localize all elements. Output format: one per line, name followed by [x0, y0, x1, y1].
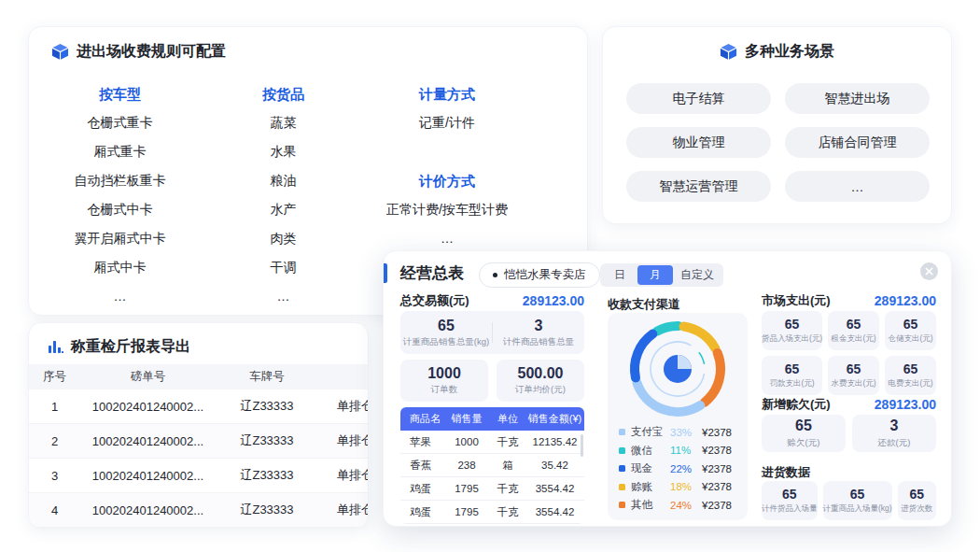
legend-amount: ¥2378 [702, 481, 740, 492]
col-seq: 序号 [29, 369, 80, 385]
fee-item: 水产 [202, 195, 365, 224]
cell-amount: 12135.42 [525, 436, 584, 447]
fee-item: 仓栅式中卡 [38, 195, 202, 224]
fee-item: 自动挡栏板重卡 [38, 166, 202, 195]
title-accent-bar [384, 263, 387, 283]
expense-card: 65 电费支出(元) [885, 356, 936, 395]
stat-label: 订单数 [431, 384, 458, 396]
total-transaction-label: 总交易额(元) [400, 292, 469, 309]
legend-swatch [619, 465, 625, 472]
fee-item: 翼开启厢式中卡 [38, 224, 202, 253]
stat-label: 计件货品入场量 [762, 503, 818, 515]
cell-ticket: 100202401240002... [80, 503, 216, 517]
cell-product: 鸡蛋 [400, 505, 443, 519]
table-row[interactable]: 鸡蛋 1795 千克 3554.42 [400, 501, 584, 524]
fee-item: 粮油 [202, 166, 365, 195]
scenario-button-entry-exit[interactable]: 智慧进出场 [785, 83, 930, 114]
fee-col-header: 计量方式 [363, 79, 531, 108]
scenarios-panel: 多种业务场景 电子结算 智慧进出场 物业管理 店铺合同管理 智慧运营管理 … [602, 26, 952, 224]
scenarios-title: 多种业务场景 [745, 42, 834, 62]
cube-icon [720, 43, 737, 61]
tab-month[interactable]: 月 [637, 265, 673, 285]
stat-label: 计重商品销售总量(kg) [403, 336, 489, 348]
stat-label: 电费支出(元) [888, 378, 932, 389]
cell-plate: 辽Z33333 [216, 467, 318, 484]
col-plate: 车牌号 [216, 369, 318, 385]
weigh-report-title: 称重检斤报表导出 [71, 337, 190, 357]
table-row[interactable]: 4 100202401240002... 辽Z33333 单排仓 [29, 493, 369, 528]
order-count-card: 1000 订单数 [400, 360, 488, 402]
market-expense-label: 市场支出(元) [762, 292, 831, 309]
stat-value: 65 [782, 487, 797, 502]
legend-amount: ¥2378 [702, 500, 740, 511]
order-avg-card: 500.00 订单均价(元) [497, 360, 584, 402]
table-row[interactable]: 2 100202401240002... 辽Z33333 单排仓 [29, 424, 369, 459]
expense-card: 65 租金支出(元) [828, 311, 879, 350]
scenario-button-operation[interactable]: 智慧运营管理 [626, 171, 771, 202]
market-expense-cards: 65 货品入场支出(元) 65 租金支出(元) 65 仓储支出(元) 65 罚款… [762, 311, 936, 395]
market-expense-value: 289123.00 [875, 293, 936, 308]
cell-qty: 1000 [443, 436, 490, 447]
legend-pct: 24% [670, 500, 702, 511]
cell-product: 苹果 [400, 435, 443, 449]
fee-item-more: … [202, 282, 365, 311]
table-row[interactable]: 苹果 1000 千克 12135.42 [400, 431, 584, 454]
scenarios-header: 多种业务场景 [603, 42, 951, 62]
scrollbar[interactable] [581, 434, 583, 457]
fee-item: 干调 [202, 253, 365, 282]
product-sales-table: 商品名 销售量 单位 销售金额(¥) 苹果 1000 千克 12135.42 香… [400, 407, 584, 524]
payment-channels-label: 收款支付渠道 [608, 296, 680, 313]
stat-label: 货品入场支出(元) [762, 333, 822, 345]
stat-label: 赊欠(元) [788, 437, 820, 449]
store-selector[interactable]: 恺恺水果专卖店 [479, 262, 600, 288]
table-row[interactable]: 香蕉 238 箱 35.42 [400, 454, 584, 477]
table-row[interactable]: 1 100202401240002... 辽Z33333 单排仓 [29, 389, 369, 424]
weigh-report-panel: 称重检斤报表导出 序号 磅单号 车牌号 车型 1 100202401240002… [28, 322, 369, 529]
expense-card: 65 水费支出(元) [828, 356, 879, 395]
credit-cards: 65 赊欠(元) 3 还款(元) [762, 415, 936, 452]
legend-item: 其他 24% ¥2378 [619, 496, 740, 515]
scenario-button-settlement[interactable]: 电子结算 [626, 83, 771, 114]
fee-item-more: … [38, 282, 202, 311]
scenario-button-contract[interactable]: 店铺合同管理 [785, 127, 930, 158]
legend-name: 其他 [631, 498, 670, 512]
cell-ticket: 100202401240002... [80, 469, 216, 483]
fee-item: 蔬菜 [202, 108, 365, 137]
stat-value: 65 [785, 317, 800, 332]
stat-value: 65 [847, 361, 861, 376]
table-row[interactable]: 鸡蛋 1795 千克 3554.42 [400, 477, 584, 501]
tab-day[interactable]: 日 [602, 265, 637, 285]
stat-value: 1000 [427, 365, 461, 382]
payment-legend: 支付宝 33% ¥2378 微信 11% ¥2378 现金 22% ¥2378 … [619, 423, 740, 515]
legend-pct: 33% [670, 427, 702, 438]
stat-value: 3 [535, 318, 543, 334]
new-credit-value: 289123.00 [875, 397, 936, 412]
credit-card: 65 赊欠(元) [762, 415, 846, 452]
cell-seq: 4 [29, 503, 80, 517]
cell-qty: 1795 [443, 483, 490, 494]
date-range-tabs: 日 月 自定义 [600, 263, 723, 287]
table-row[interactable]: 3 100202401240002... 辽Z33333 单排仓 [29, 459, 369, 493]
legend-name: 微信 [631, 444, 670, 458]
cell-qty: 238 [443, 460, 490, 471]
tab-custom[interactable]: 自定义 [673, 265, 721, 285]
fee-item-more: … [363, 224, 531, 253]
fee-item: 水果 [202, 137, 365, 166]
stat-label: 计重商品入场量(kg) [823, 503, 892, 515]
close-icon[interactable] [920, 262, 938, 280]
scenario-button-more[interactable]: … [785, 171, 930, 202]
fee-item: 仓栅式重卡 [38, 108, 202, 137]
legend-amount: ¥2378 [702, 445, 740, 456]
legend-name: 现金 [631, 461, 670, 475]
fee-col-measure-price: 计量方式 记重/计件 计价方式 正常计费/按车型计费 … [363, 79, 531, 253]
stat-value: 65 [795, 418, 812, 434]
legend-item: 赊账 18% ¥2378 [619, 478, 740, 497]
stat-label: 还款(元) [878, 437, 911, 449]
legend-name: 支付宝 [631, 425, 670, 439]
fee-col-header: 计价方式 [363, 166, 531, 195]
fee-rules-title: 进出场收费规则可配置 [77, 42, 226, 62]
cell-plate: 辽Z33333 [216, 502, 318, 518]
scenario-button-property[interactable]: 物业管理 [626, 127, 771, 158]
fee-col-header: 按货品 [202, 79, 365, 108]
cell-plate: 辽Z33333 [216, 432, 318, 449]
